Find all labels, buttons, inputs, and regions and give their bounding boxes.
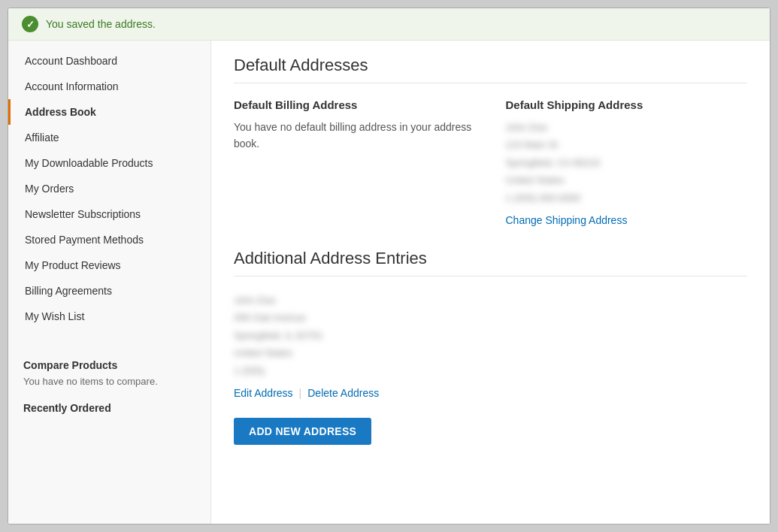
sidebar-item-address-book[interactable]: Address Book xyxy=(8,99,210,125)
sidebar-link-address-book[interactable]: Address Book xyxy=(11,99,210,125)
sidebar-link-my-downloadable-products[interactable]: My Downloadable Products xyxy=(8,150,210,176)
sidebar-item-my-product-reviews[interactable]: My Product Reviews xyxy=(8,252,210,278)
additional-addresses-section: Additional Address Entries John Doe456 O… xyxy=(234,249,747,445)
success-message: You saved the address. xyxy=(46,18,156,30)
edit-address-link[interactable]: Edit Address xyxy=(234,387,293,399)
compare-products-section: Compare Products You have no items to co… xyxy=(8,359,210,387)
sidebar-item-account-dashboard[interactable]: Account Dashboard xyxy=(8,48,210,74)
main-area: Account DashboardAccount InformationAddr… xyxy=(8,41,770,524)
add-new-address-button[interactable]: Add New Address xyxy=(234,418,371,445)
billing-address-text: You have no default billing address in y… xyxy=(234,119,476,153)
sidebar-item-affiliate[interactable]: Affiliate xyxy=(8,125,210,150)
billing-address-title: Default Billing Address xyxy=(234,98,476,111)
shipping-address-title: Default Shipping Address xyxy=(506,98,748,111)
recently-ordered-section: Recently Ordered xyxy=(8,402,210,414)
app-window: You saved the address. Account Dashboard… xyxy=(8,8,770,524)
entry-address-blurred: John Doe456 Oak AvenueSpringfield, IL 62… xyxy=(234,292,323,379)
sidebar-item-account-information[interactable]: Account Information xyxy=(8,74,210,99)
success-banner: You saved the address. xyxy=(8,8,770,41)
delete-address-link[interactable]: Delete Address xyxy=(307,387,379,399)
address-entry: John Doe456 Oak AvenueSpringfield, IL 62… xyxy=(234,292,747,379)
content-area: Default Addresses Default Billing Addres… xyxy=(211,41,770,524)
shipping-address-col: Default Shipping Address John Doe123 Mai… xyxy=(506,98,748,226)
sidebar-item-my-downloadable-products[interactable]: My Downloadable Products xyxy=(8,150,210,176)
default-addresses-title: Default Addresses xyxy=(234,56,747,75)
additional-addresses-title: Additional Address Entries xyxy=(234,249,747,268)
sidebar-link-my-wish-list[interactable]: My Wish List xyxy=(8,304,210,329)
compare-products-text: You have no items to compare. xyxy=(23,376,195,387)
sidebar-link-newsletter-subscriptions[interactable]: Newsletter Subscriptions xyxy=(8,201,210,227)
compare-products-title: Compare Products xyxy=(23,359,195,371)
billing-address-col: Default Billing Address You have no defa… xyxy=(234,98,476,226)
sidebar-nav: Account DashboardAccount InformationAddr… xyxy=(8,41,210,337)
sidebar-link-my-orders[interactable]: My Orders xyxy=(8,176,210,201)
sidebar-link-affiliate[interactable]: Affiliate xyxy=(8,125,210,150)
section-divider-2 xyxy=(234,276,747,277)
sidebar-item-my-orders[interactable]: My Orders xyxy=(8,176,210,201)
sidebar-link-account-information[interactable]: Account Information xyxy=(8,74,210,99)
sidebar-item-stored-payment-methods[interactable]: Stored Payment Methods xyxy=(8,227,210,252)
sidebar-link-stored-payment-methods[interactable]: Stored Payment Methods xyxy=(8,227,210,252)
sidebar-item-my-wish-list[interactable]: My Wish List xyxy=(8,304,210,329)
shipping-address-blurred: John Doe123 Main StSpringfield, CA 90210… xyxy=(506,119,601,207)
sidebar-item-newsletter-subscriptions[interactable]: Newsletter Subscriptions xyxy=(8,201,210,227)
address-actions: Edit Address | Delete Address xyxy=(234,387,747,399)
address-grid: Default Billing Address You have no defa… xyxy=(234,98,747,226)
section-divider-1 xyxy=(234,83,747,83)
sidebar-link-account-dashboard[interactable]: Account Dashboard xyxy=(8,48,210,74)
sidebar-link-my-product-reviews[interactable]: My Product Reviews xyxy=(8,252,210,278)
sidebar: Account DashboardAccount InformationAddr… xyxy=(8,41,211,524)
change-shipping-link[interactable]: Change Shipping Address xyxy=(506,214,628,226)
action-separator: | xyxy=(299,387,302,399)
sidebar-link-billing-agreements[interactable]: Billing Agreements xyxy=(8,278,210,304)
sidebar-item-billing-agreements[interactable]: Billing Agreements xyxy=(8,278,210,304)
recently-ordered-title: Recently Ordered xyxy=(23,402,195,414)
success-icon xyxy=(22,16,38,32)
